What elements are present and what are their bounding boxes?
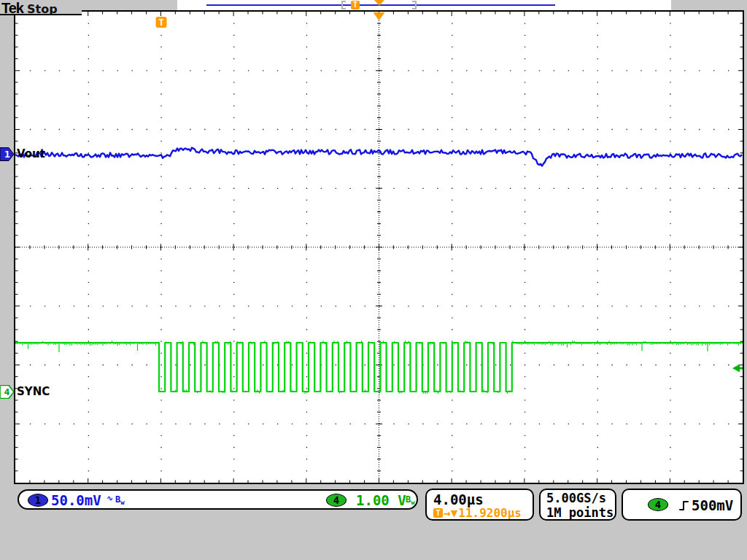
ch1-scale-readout[interactable]: 50.0mV [51, 492, 101, 508]
ch4-badge[interactable]: 4 [326, 494, 347, 507]
trigger-source-badge: 4 [648, 498, 668, 511]
horizontal-readout-box[interactable]: 4.00µs T →▼ 11.9200µs [425, 489, 534, 521]
record-window-bracket-left[interactable] [341, 1, 346, 9]
svg-text:T: T [158, 18, 163, 28]
ch4-flag-number: 4 [4, 386, 10, 397]
vertical-readout-box[interactable]: 1 50.0mV ∿ Bw 4 1.00 V Bw [18, 489, 418, 510]
header: Tek Stop [0, 0, 82, 15]
delay-readout: T →▼ 11.9200µs [433, 506, 522, 520]
waveform-display-area: T [14, 10, 744, 484]
ch1-flag-number: 1 [4, 149, 10, 160]
ch4-scale-readout[interactable]: 1.00 V [356, 492, 406, 508]
acquisition-status: Stop [27, 2, 58, 16]
ch1-badge[interactable]: 1 [28, 494, 48, 507]
trigger-markers: T [156, 12, 743, 373]
delay-arrow-icon: →▼ [444, 506, 457, 520]
ch4-label: SYNC [17, 385, 50, 398]
trigger-readout-box[interactable]: 4 500mV [622, 489, 742, 521]
sample-rate-readout: 5.00GS/s [546, 491, 606, 505]
record-length-readout: 1M points [546, 505, 614, 520]
record-expansion-marker-icon [374, 0, 384, 6]
ch4-position-flag[interactable]: 4 [0, 385, 15, 399]
scope-svg: T [15, 12, 743, 483]
graticule-grid [15, 12, 743, 483]
timebase-readout: 4.00µs [433, 491, 484, 508]
delay-trigger-icon: T [433, 508, 443, 518]
ch1-label: Vout [17, 147, 45, 160]
ch4-bandwidth-icon: Bw [406, 494, 415, 506]
delay-value: 11.9200µs [458, 506, 522, 520]
record-window-bracket-right[interactable] [412, 1, 417, 9]
rising-edge-icon [678, 499, 690, 512]
trigger-level-readout: 500mV [692, 497, 733, 513]
ch1-bandwidth-icon: Bw [115, 494, 125, 506]
record-trigger-marker[interactable]: T [351, 1, 360, 9]
ch1-position-flag[interactable]: 1 [0, 147, 15, 161]
record-view-bar[interactable]: T [177, 0, 671, 10]
tek-logo: Tek [1, 0, 23, 17]
ch1-coupling-icon: ∿ [107, 494, 113, 503]
acquisition-readout-box[interactable]: 5.00GS/s 1M points [539, 489, 616, 521]
